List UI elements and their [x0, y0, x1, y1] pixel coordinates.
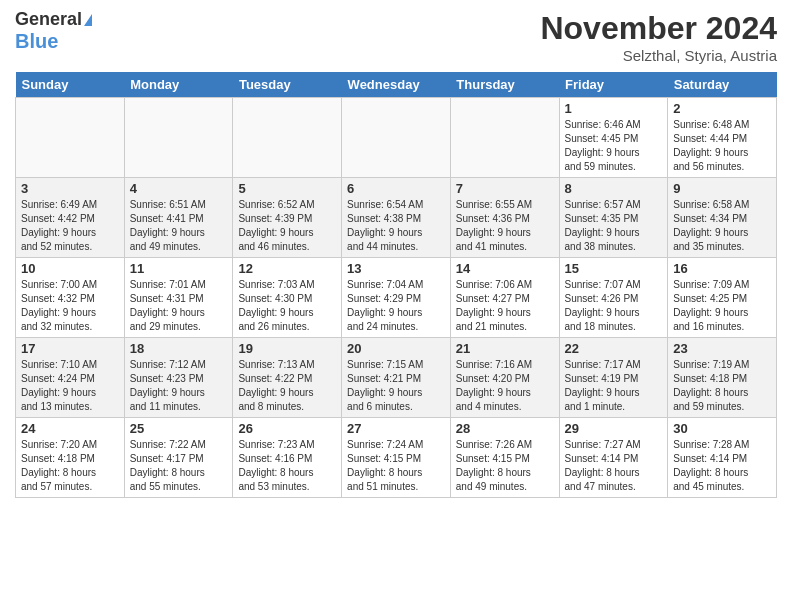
table-row: 4Sunrise: 6:51 AMSunset: 4:41 PMDaylight…: [124, 178, 233, 258]
day-number: 17: [21, 341, 119, 356]
day-number: 23: [673, 341, 771, 356]
table-row: 2Sunrise: 6:48 AMSunset: 4:44 PMDaylight…: [668, 98, 777, 178]
table-row: 9Sunrise: 6:58 AMSunset: 4:34 PMDaylight…: [668, 178, 777, 258]
day-number: 7: [456, 181, 554, 196]
day-info: Sunrise: 7:20 AMSunset: 4:18 PMDaylight:…: [21, 438, 119, 494]
table-row: 24Sunrise: 7:20 AMSunset: 4:18 PMDayligh…: [16, 418, 125, 498]
table-row: [233, 98, 342, 178]
col-friday: Friday: [559, 72, 668, 98]
table-row: 17Sunrise: 7:10 AMSunset: 4:24 PMDayligh…: [16, 338, 125, 418]
day-info: Sunrise: 6:58 AMSunset: 4:34 PMDaylight:…: [673, 198, 771, 254]
day-info: Sunrise: 6:51 AMSunset: 4:41 PMDaylight:…: [130, 198, 228, 254]
calendar-week-row: 10Sunrise: 7:00 AMSunset: 4:32 PMDayligh…: [16, 258, 777, 338]
day-info: Sunrise: 6:54 AMSunset: 4:38 PMDaylight:…: [347, 198, 445, 254]
table-row: [450, 98, 559, 178]
day-number: 22: [565, 341, 663, 356]
day-info: Sunrise: 7:06 AMSunset: 4:27 PMDaylight:…: [456, 278, 554, 334]
location: Selzthal, Styria, Austria: [540, 47, 777, 64]
day-info: Sunrise: 7:03 AMSunset: 4:30 PMDaylight:…: [238, 278, 336, 334]
day-info: Sunrise: 7:26 AMSunset: 4:15 PMDaylight:…: [456, 438, 554, 494]
logo-blue: Blue: [15, 30, 58, 52]
table-row: 16Sunrise: 7:09 AMSunset: 4:25 PMDayligh…: [668, 258, 777, 338]
page-header: General Blue November 2024 Selzthal, Sty…: [15, 10, 777, 64]
day-number: 28: [456, 421, 554, 436]
table-row: 5Sunrise: 6:52 AMSunset: 4:39 PMDaylight…: [233, 178, 342, 258]
day-number: 4: [130, 181, 228, 196]
day-info: Sunrise: 7:07 AMSunset: 4:26 PMDaylight:…: [565, 278, 663, 334]
col-tuesday: Tuesday: [233, 72, 342, 98]
day-number: 29: [565, 421, 663, 436]
day-number: 26: [238, 421, 336, 436]
day-number: 1: [565, 101, 663, 116]
calendar-week-row: 17Sunrise: 7:10 AMSunset: 4:24 PMDayligh…: [16, 338, 777, 418]
table-row: 8Sunrise: 6:57 AMSunset: 4:35 PMDaylight…: [559, 178, 668, 258]
day-number: 15: [565, 261, 663, 276]
col-thursday: Thursday: [450, 72, 559, 98]
calendar-week-row: 1Sunrise: 6:46 AMSunset: 4:45 PMDaylight…: [16, 98, 777, 178]
table-row: 25Sunrise: 7:22 AMSunset: 4:17 PMDayligh…: [124, 418, 233, 498]
table-row: 23Sunrise: 7:19 AMSunset: 4:18 PMDayligh…: [668, 338, 777, 418]
day-number: 30: [673, 421, 771, 436]
logo-general: General: [15, 10, 82, 30]
table-row: 18Sunrise: 7:12 AMSunset: 4:23 PMDayligh…: [124, 338, 233, 418]
logo: General Blue: [15, 10, 92, 52]
day-number: 16: [673, 261, 771, 276]
day-info: Sunrise: 7:17 AMSunset: 4:19 PMDaylight:…: [565, 358, 663, 414]
table-row: 28Sunrise: 7:26 AMSunset: 4:15 PMDayligh…: [450, 418, 559, 498]
day-number: 11: [130, 261, 228, 276]
table-row: 22Sunrise: 7:17 AMSunset: 4:19 PMDayligh…: [559, 338, 668, 418]
day-number: 19: [238, 341, 336, 356]
day-info: Sunrise: 7:09 AMSunset: 4:25 PMDaylight:…: [673, 278, 771, 334]
table-row: 26Sunrise: 7:23 AMSunset: 4:16 PMDayligh…: [233, 418, 342, 498]
day-number: 20: [347, 341, 445, 356]
table-row: 6Sunrise: 6:54 AMSunset: 4:38 PMDaylight…: [342, 178, 451, 258]
day-number: 8: [565, 181, 663, 196]
table-row: 29Sunrise: 7:27 AMSunset: 4:14 PMDayligh…: [559, 418, 668, 498]
col-wednesday: Wednesday: [342, 72, 451, 98]
col-saturday: Saturday: [668, 72, 777, 98]
day-number: 9: [673, 181, 771, 196]
title-area: November 2024 Selzthal, Styria, Austria: [540, 10, 777, 64]
day-number: 6: [347, 181, 445, 196]
day-number: 12: [238, 261, 336, 276]
calendar-table: Sunday Monday Tuesday Wednesday Thursday…: [15, 72, 777, 498]
table-row: 30Sunrise: 7:28 AMSunset: 4:14 PMDayligh…: [668, 418, 777, 498]
table-row: 7Sunrise: 6:55 AMSunset: 4:36 PMDaylight…: [450, 178, 559, 258]
table-row: 11Sunrise: 7:01 AMSunset: 4:31 PMDayligh…: [124, 258, 233, 338]
calendar-header-row: Sunday Monday Tuesday Wednesday Thursday…: [16, 72, 777, 98]
day-number: 10: [21, 261, 119, 276]
day-info: Sunrise: 6:57 AMSunset: 4:35 PMDaylight:…: [565, 198, 663, 254]
day-number: 27: [347, 421, 445, 436]
day-info: Sunrise: 7:00 AMSunset: 4:32 PMDaylight:…: [21, 278, 119, 334]
day-info: Sunrise: 6:55 AMSunset: 4:36 PMDaylight:…: [456, 198, 554, 254]
day-info: Sunrise: 7:15 AMSunset: 4:21 PMDaylight:…: [347, 358, 445, 414]
page-container: General Blue November 2024 Selzthal, Sty…: [0, 0, 792, 503]
day-number: 3: [21, 181, 119, 196]
day-number: 24: [21, 421, 119, 436]
day-number: 13: [347, 261, 445, 276]
day-info: Sunrise: 7:28 AMSunset: 4:14 PMDaylight:…: [673, 438, 771, 494]
calendar-week-row: 3Sunrise: 6:49 AMSunset: 4:42 PMDaylight…: [16, 178, 777, 258]
table-row: [16, 98, 125, 178]
table-row: 20Sunrise: 7:15 AMSunset: 4:21 PMDayligh…: [342, 338, 451, 418]
day-number: 25: [130, 421, 228, 436]
day-info: Sunrise: 7:19 AMSunset: 4:18 PMDaylight:…: [673, 358, 771, 414]
day-number: 18: [130, 341, 228, 356]
day-info: Sunrise: 7:23 AMSunset: 4:16 PMDaylight:…: [238, 438, 336, 494]
table-row: 14Sunrise: 7:06 AMSunset: 4:27 PMDayligh…: [450, 258, 559, 338]
day-info: Sunrise: 6:49 AMSunset: 4:42 PMDaylight:…: [21, 198, 119, 254]
col-monday: Monday: [124, 72, 233, 98]
table-row: 3Sunrise: 6:49 AMSunset: 4:42 PMDaylight…: [16, 178, 125, 258]
table-row: 13Sunrise: 7:04 AMSunset: 4:29 PMDayligh…: [342, 258, 451, 338]
table-row: 21Sunrise: 7:16 AMSunset: 4:20 PMDayligh…: [450, 338, 559, 418]
day-info: Sunrise: 7:22 AMSunset: 4:17 PMDaylight:…: [130, 438, 228, 494]
day-number: 2: [673, 101, 771, 116]
table-row: 10Sunrise: 7:00 AMSunset: 4:32 PMDayligh…: [16, 258, 125, 338]
month-title: November 2024: [540, 10, 777, 47]
day-info: Sunrise: 7:01 AMSunset: 4:31 PMDaylight:…: [130, 278, 228, 334]
day-number: 21: [456, 341, 554, 356]
day-info: Sunrise: 7:16 AMSunset: 4:20 PMDaylight:…: [456, 358, 554, 414]
table-row: [342, 98, 451, 178]
table-row: [124, 98, 233, 178]
logo-arrow-icon: [84, 14, 92, 26]
